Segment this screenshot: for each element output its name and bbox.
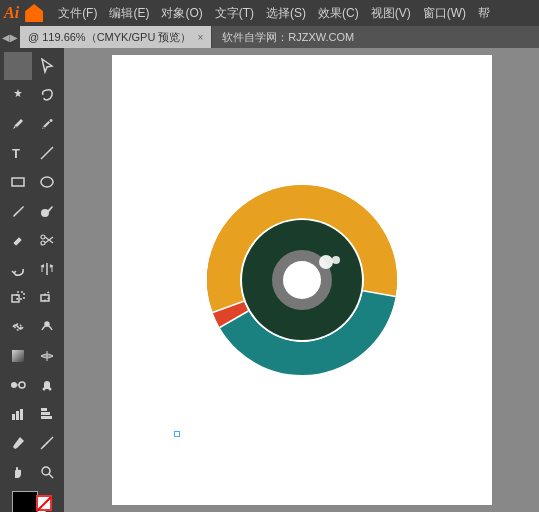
svg-line-33 — [49, 474, 53, 478]
menu-edit[interactable]: 编辑(E) — [104, 3, 154, 24]
tool-row-8 — [4, 255, 61, 283]
svg-rect-15 — [12, 350, 24, 362]
svg-point-18 — [11, 382, 17, 388]
mesh-tool[interactable] — [33, 342, 61, 370]
svg-point-21 — [42, 388, 45, 391]
svg-point-14 — [45, 322, 49, 326]
app-logo: Ai — [4, 4, 19, 22]
tool-row-11 — [4, 342, 61, 370]
menu-select[interactable]: 选择(S) — [261, 3, 311, 24]
svg-line-1 — [41, 147, 53, 159]
magic-wand-tool[interactable] — [4, 81, 32, 109]
tool-row-9 — [4, 284, 61, 312]
tool-row-6 — [4, 197, 61, 225]
menu-view[interactable]: 视图(V) — [366, 3, 416, 24]
color-section: ▣ ▢ — [0, 487, 64, 512]
tab-website-label: 软件自学网：RJZXW.COM — [212, 30, 364, 45]
menu-effect[interactable]: 效果(C) — [313, 3, 364, 24]
shear-tool[interactable] — [33, 284, 61, 312]
tool-row-2 — [4, 81, 61, 109]
svg-rect-2 — [12, 178, 24, 186]
canvas-document — [112, 55, 492, 505]
zoom-tool[interactable] — [33, 458, 61, 486]
canvas-area[interactable] — [64, 48, 539, 512]
lasso-tool[interactable] — [33, 81, 61, 109]
line-tool[interactable] — [33, 139, 61, 167]
scale-tool[interactable] — [4, 284, 32, 312]
title-bar: Ai 文件(F) 编辑(E) 对象(O) 文字(T) 选择(S) 效果(C) 视… — [0, 0, 539, 26]
svg-line-31 — [46, 442, 48, 444]
bar-graph-tool[interactable] — [33, 400, 61, 428]
svg-rect-25 — [20, 409, 23, 420]
foreground-color-swatch[interactable] — [12, 491, 38, 512]
tab-close-button[interactable]: × — [197, 32, 203, 43]
main-area: T — [0, 48, 539, 512]
svg-rect-27 — [41, 412, 50, 415]
svg-point-49 — [319, 255, 333, 269]
hand-tool[interactable] — [4, 458, 32, 486]
eraser-tool[interactable] — [4, 226, 32, 254]
svg-line-30 — [43, 445, 45, 447]
tool-row-14 — [4, 429, 61, 457]
menu-bar: 文件(F) 编辑(E) 对象(O) 文字(T) 选择(S) 效果(C) 视图(V… — [53, 3, 495, 24]
donut-eye-clean — [192, 170, 412, 390]
type-tool[interactable]: T — [4, 139, 32, 167]
direct-select-tool[interactable] — [33, 52, 61, 80]
gradient-tool[interactable] — [4, 342, 32, 370]
blend-tool[interactable] — [4, 371, 32, 399]
tool-row-13 — [4, 400, 61, 428]
arrow-tool[interactable] — [4, 52, 32, 80]
paintbrush-tool[interactable] — [4, 197, 32, 225]
svg-rect-26 — [41, 408, 47, 411]
svg-text:T: T — [12, 146, 20, 161]
tool-row-4: T — [4, 139, 61, 167]
menu-object[interactable]: 对象(O) — [156, 3, 207, 24]
active-tab[interactable]: @ 119.66%（CMYK/GPU 预览） × — [20, 26, 211, 48]
tool-row-15 — [4, 458, 61, 486]
tab-scroll-arrow[interactable]: ◀▶ — [0, 26, 20, 48]
tool-row-7 — [4, 226, 61, 254]
add-anchor-tool[interactable] — [33, 110, 61, 138]
home-icon[interactable] — [25, 4, 43, 22]
symbol-sprayer-tool[interactable] — [33, 371, 61, 399]
toolbar: T — [0, 48, 64, 512]
rotate-tool[interactable] — [4, 255, 32, 283]
none-swatch[interactable] — [36, 495, 52, 511]
tool-row-5 — [4, 168, 61, 196]
color-swatches[interactable] — [12, 491, 52, 512]
pen-tool[interactable] — [4, 110, 32, 138]
svg-point-48 — [283, 261, 321, 299]
measure-tool[interactable] — [33, 429, 61, 457]
svg-point-32 — [42, 467, 50, 475]
rectangle-tool[interactable] — [4, 168, 32, 196]
tool-row-12 — [4, 371, 61, 399]
svg-point-19 — [19, 382, 25, 388]
scissors-tool[interactable] — [33, 226, 61, 254]
warp-tool[interactable] — [4, 313, 32, 341]
svg-point-4 — [41, 209, 49, 217]
svg-point-50 — [332, 256, 340, 264]
tool-row-3 — [4, 110, 61, 138]
selection-handle[interactable] — [174, 431, 180, 437]
menu-help[interactable]: 帮 — [473, 3, 495, 24]
menu-window[interactable]: 窗口(W) — [418, 3, 471, 24]
svg-point-6 — [41, 241, 45, 245]
tool-row-10 — [4, 313, 61, 341]
menu-file[interactable]: 文件(F) — [53, 3, 102, 24]
tab-label: @ 119.66%（CMYK/GPU 预览） — [28, 30, 191, 45]
svg-rect-23 — [12, 414, 15, 420]
tab-bar: ◀▶ @ 119.66%（CMYK/GPU 预览） × 软件自学网：RJZXW.… — [0, 26, 539, 48]
reshape-tool[interactable] — [33, 313, 61, 341]
column-graph-tool[interactable] — [4, 400, 32, 428]
reflect-tool[interactable] — [33, 255, 61, 283]
svg-point-5 — [41, 235, 45, 239]
ellipse-tool[interactable] — [33, 168, 61, 196]
svg-point-3 — [41, 177, 53, 187]
svg-rect-28 — [41, 416, 52, 419]
menu-text[interactable]: 文字(T) — [210, 3, 259, 24]
svg-rect-24 — [16, 411, 19, 420]
svg-point-22 — [48, 388, 51, 391]
blob-brush-tool[interactable] — [33, 197, 61, 225]
tool-row-1 — [4, 52, 61, 80]
eyedropper-tool[interactable] — [4, 429, 32, 457]
